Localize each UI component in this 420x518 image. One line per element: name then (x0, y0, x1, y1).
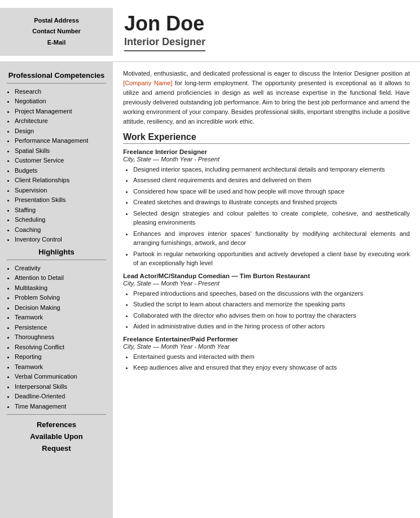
list-item: Assessed client requirements and desires… (133, 175, 410, 185)
sidebar: Professional Competencies Research Negot… (0, 62, 113, 518)
contact-number-label: Contact Number (32, 26, 81, 37)
highlights-divider (7, 260, 106, 260)
highlights-list: Creativity Attention to Detail Multitask… (5, 264, 108, 411)
list-item: Performance Management (15, 136, 108, 146)
competencies-divider (7, 83, 106, 84)
list-item: Considered how space will be used and ho… (133, 187, 410, 196)
list-item: Teamwork (15, 313, 108, 322)
list-item: Attention to Detail (15, 273, 108, 283)
list-item: Customer Service (15, 156, 108, 165)
job-bullets-3: Entertained guests and interacted with t… (123, 352, 410, 372)
applicant-title: Interior Designer (124, 36, 205, 51)
list-item: Thoroughness (15, 332, 108, 342)
header-name-section: Jon Doe Interior Designer (113, 8, 420, 56)
list-item: Research (15, 87, 108, 96)
list-item: Partook in regular networking opportunit… (133, 249, 410, 268)
summary-text-start: Motivated, enthusiastic, and dedicated p… (123, 70, 410, 77)
list-item: Spatial Skills (15, 146, 108, 156)
list-item: Presentation Skills (15, 195, 108, 205)
list-item: Multitasking (15, 283, 108, 293)
list-item: Enhances and improves interior spaces' f… (133, 229, 410, 248)
email-label: E-Mail (47, 37, 65, 49)
list-item: Studied the script to learn about charac… (133, 300, 410, 309)
list-item: Keep audiences alive and ensured that th… (133, 363, 410, 372)
list-item: Reporting (15, 352, 108, 362)
work-experience-heading: Work Experience (123, 132, 410, 144)
list-item: Creativity (15, 264, 108, 273)
list-item: Budgets (15, 166, 108, 175)
list-item: Teamwork (15, 362, 108, 372)
list-item: Aided in administrative duties and in th… (133, 322, 410, 331)
list-item: Client Relationships (15, 175, 108, 185)
list-item: Time Management (15, 402, 108, 411)
company-placeholder: [Company Name] (123, 80, 172, 86)
list-item: Deadline-Oriented (15, 392, 108, 401)
list-item: Project Management (15, 107, 108, 116)
list-item: Architecture (15, 116, 108, 126)
header: Postal Address Contact Number E-Mail Jon… (0, 0, 420, 62)
postal-address-label: Postal Address (34, 15, 79, 27)
main-content: Motivated, enthusiastic, and dedicated p… (113, 62, 420, 518)
list-item: Decision Making (15, 303, 108, 313)
job-bullets-2: Prepared introductions and speeches, bas… (123, 289, 410, 331)
list-item: Coaching (15, 225, 108, 235)
list-item: Interpersonal Skills (15, 382, 108, 392)
references-text: ReferencesAvailable UponRequest (5, 419, 108, 454)
job-title-1: Freelance Interior Designer (123, 148, 410, 155)
references-divider (7, 414, 106, 415)
list-item: Prepared introductions and speeches, bas… (133, 289, 410, 298)
list-item: Designed interior spaces, including perm… (133, 165, 410, 174)
list-item: Collaborated with the director who advis… (133, 311, 410, 321)
list-item: Created sketches and drawings to illustr… (133, 197, 410, 207)
list-item: Supervision (15, 186, 108, 195)
highlights-title: Highlights (5, 248, 108, 256)
job-location-1: City, State — Month Year - Present (123, 156, 410, 163)
list-item: Negotiation (15, 96, 108, 106)
summary-paragraph: Motivated, enthusiastic, and dedicated p… (123, 69, 410, 126)
job-location-2: City, State — Month Year - Present (123, 280, 410, 287)
competencies-list: Research Negotiation Project Management … (5, 87, 108, 244)
list-item: Scheduling (15, 215, 108, 225)
list-item: Design (15, 126, 108, 136)
professional-competencies-title: Professional Competencies (5, 71, 108, 80)
list-item: Persistence (15, 323, 108, 332)
applicant-name: Jon Doe (124, 12, 409, 35)
header-contact: Postal Address Contact Number E-Mail (0, 8, 113, 56)
list-item: Entertained guests and interacted with t… (133, 352, 410, 362)
body: Professional Competencies Research Negot… (0, 62, 420, 518)
list-item: Problem Solving (15, 293, 108, 302)
list-item: Selected design strategies and colour pa… (133, 209, 410, 227)
list-item: Inventory Control (15, 235, 108, 244)
list-item: Verbal Communication (15, 372, 108, 381)
list-item: Staffing (15, 205, 108, 215)
job-title-2: Lead Actor/MC/Standup Comedian — Tim Bur… (123, 273, 410, 279)
job-location-3: City, State — Month Year - Month Year (123, 343, 410, 350)
list-item: Resolving Conflict (15, 343, 108, 352)
page: Postal Address Contact Number E-Mail Jon… (0, 0, 420, 518)
job-bullets-1: Designed interior spaces, including perm… (123, 165, 410, 268)
job-title-3: Freelance Entertainer/Paid Performer (123, 336, 410, 343)
